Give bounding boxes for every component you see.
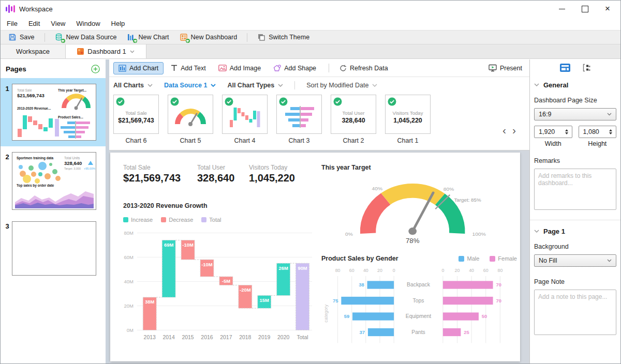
plus-badge (61, 39, 65, 43)
height-stepper[interactable] (579, 126, 617, 138)
add-shape-button[interactable]: Add Shape (268, 62, 321, 74)
svg-text:0%: 0% (345, 232, 353, 237)
refresh-data-button[interactable]: Refresh Data (334, 62, 393, 74)
kpi-visitors-today[interactable]: Visitors Today 1,045,220 (249, 164, 295, 184)
kpi-total-user[interactable]: Total User 328,640 (197, 164, 234, 184)
svg-text:2015: 2015 (182, 335, 194, 340)
stepper-arrows-icon[interactable] (564, 129, 569, 134)
document-tabbar: Workspace Dashboard 1 (1, 44, 620, 59)
chart-card-1[interactable]: Visitors Today 1,045,220 (385, 95, 431, 134)
page1-section-header[interactable]: Page 1 (534, 228, 616, 235)
svg-text:Equipment: Equipment (406, 314, 432, 320)
chart-card-6[interactable]: Total Sale $21,569,743 (113, 95, 159, 134)
menu-help[interactable]: Help (111, 20, 125, 27)
legend-decrease: Decrease (161, 217, 193, 223)
page-thumbnail-1[interactable]: 1 Total Sale $21,569,743 This year Targe… (1, 78, 109, 146)
legend-swatch (123, 217, 128, 222)
width-stepper[interactable] (534, 126, 572, 138)
add-chart-icon (119, 65, 126, 72)
close-icon[interactable]: × (604, 5, 611, 12)
cards-next-icon[interactable]: › (512, 126, 516, 135)
svg-text:-5M: -5M (222, 279, 231, 284)
maximize-icon[interactable] (581, 5, 588, 12)
svg-text:0: 0 (393, 268, 395, 273)
width-input[interactable] (535, 128, 564, 135)
stepper-arrows-icon[interactable] (608, 129, 613, 134)
check-badge-icon (279, 97, 288, 108)
revenue-growth-widget[interactable]: 2013-2020 Revenue Growth Increase Decrea… (123, 202, 322, 350)
add-page-button[interactable] (91, 65, 100, 73)
tab-dashboard-1[interactable]: Dashboard 1 (66, 44, 146, 58)
gender-chart-title: Product Sales by Gender (321, 255, 398, 262)
svg-text:2013: 2013 (144, 335, 156, 340)
page-1-preview: Total Sale $21,569,743 This year Target.… (12, 84, 96, 141)
width-caption: Width (534, 140, 572, 147)
tab-workspace[interactable]: Workspace (1, 44, 66, 58)
present-button[interactable]: Present (489, 64, 522, 72)
filter-all-charts[interactable]: All Charts (113, 82, 153, 89)
minimize-icon[interactable] (558, 5, 566, 12)
kpi-total-sale[interactable]: Total Sale $21,569,743 (123, 164, 181, 184)
new-data-source-button[interactable]: New Data Source (51, 32, 121, 42)
height-input[interactable] (579, 128, 609, 135)
dashboard-page[interactable]: Total Sale $21,569,743 Total User 328,64… (110, 153, 520, 361)
legend-swatch (201, 217, 206, 222)
page-thumbnail-3[interactable]: 3 (1, 216, 109, 281)
add-text-button[interactable]: Add Text (166, 62, 211, 74)
cards-prev-icon[interactable]: ‹ (502, 126, 506, 135)
filter-sort[interactable]: Sort by Modified Date (306, 82, 377, 89)
tab-dropdown-icon[interactable] (130, 50, 135, 53)
svg-text:2018: 2018 (239, 335, 252, 340)
svg-text:2016: 2016 (201, 335, 213, 340)
page-thumbnail-2[interactable]: 2 Sportmen training data Total Units 328… (1, 146, 109, 216)
svg-text:59: 59 (344, 314, 349, 319)
svg-text:60: 60 (349, 268, 354, 273)
layout-view-icon[interactable] (560, 64, 570, 73)
new-dashboard-button[interactable]: New Dashboard (176, 32, 241, 42)
menu-view[interactable]: View (51, 20, 65, 27)
legend-male: Male (459, 255, 479, 262)
menu-window[interactable]: Window (76, 20, 100, 27)
add-shape-icon (273, 65, 281, 72)
plus-badge (186, 39, 190, 43)
page-note-textarea[interactable] (534, 290, 616, 335)
app-window: Workspace × File Edit View Window Help S… (0, 0, 621, 364)
svg-text:60M: 60M (124, 255, 133, 260)
svg-text:category: category (323, 305, 329, 323)
svg-text:-10M: -10M (182, 242, 194, 248)
chart-card-list: Total Sale $21,569,743 Chart 6 (109, 94, 529, 150)
remarks-textarea[interactable] (534, 169, 616, 210)
dashboard-canvas: Total Sale $21,569,743 Total User 328,64… (109, 150, 529, 363)
add-image-button[interactable]: Add Image (213, 62, 266, 74)
gauge-widget[interactable]: This year Target Target: 85%0%40%80%100%… (321, 164, 517, 246)
height-caption: Height (579, 140, 617, 147)
bar-chart-icon (127, 33, 135, 41)
legend-female: Female (490, 255, 517, 262)
page-size-select[interactable]: 16:9 (534, 108, 616, 120)
svg-text:40: 40 (363, 268, 368, 273)
menu-edit[interactable]: Edit (28, 20, 40, 27)
general-section-header[interactable]: General (534, 81, 616, 89)
chart-card-3[interactable] (276, 95, 322, 134)
svg-text:26M: 26M (278, 266, 288, 271)
svg-text:80: 80 (497, 268, 502, 273)
add-text-icon (171, 65, 178, 71)
filter-chart-types[interactable]: All Chart Types (227, 82, 283, 89)
svg-text:2019: 2019 (258, 335, 271, 340)
menu-file[interactable]: File (7, 20, 18, 27)
chart-card-2[interactable]: Total User 328,640 (331, 95, 376, 134)
remarks-label: Remarks (534, 157, 616, 164)
chart-card-5[interactable] (168, 95, 213, 134)
switch-theme-button[interactable]: Switch Theme (254, 32, 313, 42)
chart-card-4[interactable] (222, 95, 268, 134)
save-button[interactable]: Save (5, 32, 38, 42)
page-3-preview (12, 221, 96, 276)
svg-text:40M: 40M (124, 279, 133, 284)
add-chart-button[interactable]: Add Chart (113, 62, 164, 74)
background-select[interactable]: No Fill (534, 254, 616, 267)
gender-sales-widget[interactable]: Product Sales by Gender Male Female 8060… (321, 255, 517, 350)
new-chart-button[interactable]: New Chart (123, 32, 172, 42)
revenue-chart-svg: 0M20M40M60M80M38M201369M2014-10M2015-10M… (116, 225, 315, 348)
filter-data-source[interactable]: Data Source 1 (164, 82, 216, 89)
structure-view-icon[interactable] (583, 64, 591, 73)
